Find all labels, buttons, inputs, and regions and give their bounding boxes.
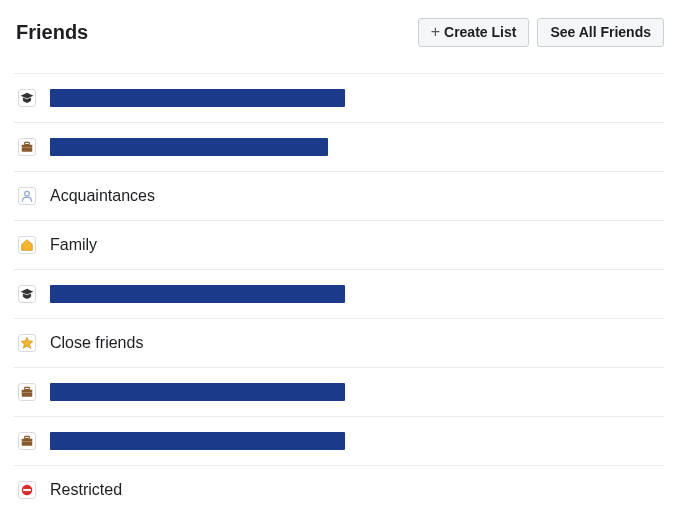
svg-rect-7	[22, 439, 33, 446]
see-all-friends-label: See All Friends	[550, 25, 651, 39]
header-buttons: + Create List See All Friends	[418, 18, 664, 47]
svg-rect-8	[25, 436, 30, 438]
list-item-label: Restricted	[50, 481, 122, 499]
friends-panel: Friends + Create List See All Friends Ac…	[0, 0, 680, 532]
friend-lists: AcquaintancesFamilyClose friendsRestrict…	[14, 73, 664, 514]
list-item[interactable]	[14, 122, 664, 171]
briefcase-icon	[18, 138, 36, 156]
svg-rect-5	[25, 387, 30, 389]
svg-rect-1	[25, 142, 30, 144]
list-item-label: Acquaintances	[50, 187, 155, 205]
see-all-friends-button[interactable]: See All Friends	[537, 18, 664, 47]
list-item[interactable]	[14, 73, 664, 122]
grad-cap-icon	[18, 285, 36, 303]
page-title: Friends	[16, 21, 88, 44]
list-item[interactable]	[14, 416, 664, 465]
list-item[interactable]	[14, 367, 664, 416]
create-list-label: Create List	[444, 25, 516, 39]
briefcase-icon	[18, 432, 36, 450]
create-list-button[interactable]: + Create List	[418, 18, 530, 47]
svg-rect-0	[22, 145, 33, 152]
redacted-label	[50, 383, 345, 401]
redacted-label	[50, 89, 345, 107]
redacted-label	[50, 138, 328, 156]
restricted-icon	[18, 481, 36, 499]
list-item-label: Family	[50, 236, 97, 254]
svg-point-3	[25, 191, 30, 196]
list-item[interactable]: Close friends	[14, 318, 664, 367]
svg-rect-11	[23, 489, 31, 491]
star-icon	[18, 334, 36, 352]
list-item-label: Close friends	[50, 334, 143, 352]
plus-icon: +	[431, 26, 440, 39]
panel-header: Friends + Create List See All Friends	[14, 14, 664, 73]
svg-rect-9	[22, 441, 33, 442]
briefcase-icon	[18, 383, 36, 401]
redacted-label	[50, 432, 345, 450]
list-item[interactable]: Family	[14, 220, 664, 269]
person-icon	[18, 187, 36, 205]
redacted-label	[50, 285, 345, 303]
grad-cap-icon	[18, 89, 36, 107]
list-item[interactable]: Restricted	[14, 465, 664, 514]
list-item[interactable]: Acquaintances	[14, 171, 664, 220]
svg-rect-2	[22, 147, 33, 148]
home-icon	[18, 236, 36, 254]
svg-rect-6	[22, 392, 33, 393]
svg-rect-4	[22, 390, 33, 397]
list-item[interactable]	[14, 269, 664, 318]
